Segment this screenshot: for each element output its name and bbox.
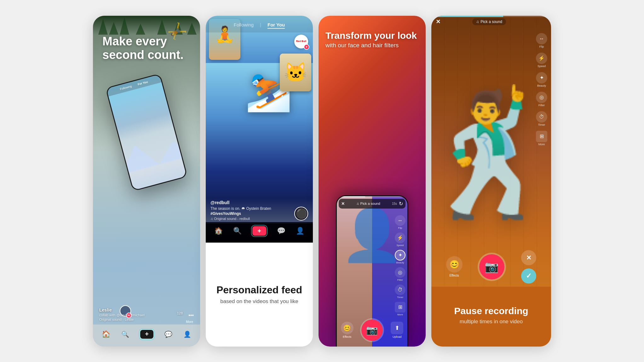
card3-progress-fill (337, 196, 365, 197)
card4-timer-control[interactable]: ⏱ Timer (536, 111, 547, 126)
avatar-emoji: ⚫ (296, 208, 307, 219)
card1-nav-profile[interactable]: 👤 (183, 330, 191, 338)
card4-beauty-icon: ✦ (536, 72, 547, 83)
card1-count: 128 (177, 311, 183, 315)
card3-effects-icon: 😊 (341, 322, 354, 334)
card4-flip-icon: ↔ (536, 33, 547, 44)
card4-filter-icon: ◎ (536, 92, 547, 103)
card4-beauty-control[interactable]: ✦ Beauty (536, 72, 547, 87)
card4-speed-label: Speed (538, 65, 546, 68)
card4-confirm-btn[interactable]: ✓ (521, 268, 536, 284)
card3-speed-icon: ⚡ (395, 233, 405, 243)
card2-video-info: @redbull The season is on. 🌨 Oystein Bra… (210, 200, 294, 221)
card2-video-section: Following | For You 🧘 Red Bull + ⛷️ 🐱 (206, 16, 313, 243)
card3-upload-label: Upload (393, 335, 402, 338)
card3-more-control[interactable]: ⊞ More (395, 302, 405, 316)
card4-close-btn[interactable]: ✕ (436, 18, 440, 25)
card2-cat-overlay: 🐱 (280, 54, 311, 91)
card2-nav-create[interactable]: + (252, 226, 266, 236)
card3-flip-icon-top[interactable]: ↻ (399, 201, 403, 207)
card4-cancel-btn[interactable]: ✕ (521, 250, 536, 265)
card3-title: Transform your look (325, 30, 419, 41)
card4-top-panel: ✕ ♫ Pick a sound (431, 18, 551, 25)
card4-filter-control[interactable]: ◎ Filter (536, 92, 547, 107)
card3-inner-screen: 👤 ✕ ♫ Pick a sound 15s ↻ ↔ Flip ⚡ (337, 196, 407, 347)
card4-phone: ✕ ♫ Pick a sound 🕺 ↔ Flip ⚡ Speed ✦ Beau… (431, 16, 551, 347)
card3-effects-label: Effects (343, 335, 351, 338)
card1-nav-inbox[interactable]: 💬 (164, 330, 172, 338)
card3-speed-control[interactable]: ⚡ Speed (395, 233, 405, 247)
card3-beauty-control[interactable]: ✦ Beauty (395, 250, 405, 264)
card2-following-label[interactable]: Following (234, 22, 254, 29)
card3-beauty-label: Beauty (396, 261, 404, 264)
cat-face-container: 🐱 (280, 54, 311, 91)
card3-side-controls: ↔ Flip ⚡ Speed ✦ Beauty ◎ Filter ⏱ Tim (395, 215, 405, 316)
card3-record-btn[interactable]: 📷 (361, 319, 383, 341)
card2-top-nav: Following | For You (206, 16, 313, 32)
card3-progress-bar (337, 196, 407, 197)
card3-effects-btn[interactable]: 😊 Effects (341, 322, 354, 338)
redbull-text: Red Bull (296, 40, 306, 43)
card4-side-controls: ↔ Flip ⚡ Speed ✦ Beauty ◎ Filter ⏱ Timer… (536, 33, 547, 146)
card1-phone: 🤸 Make every second count. Following For… (93, 16, 200, 347)
card4-flip-label: Flip (539, 45, 544, 48)
card3-beauty-icon: ✦ (395, 250, 405, 261)
card4-flip-control[interactable]: ↔ Flip (536, 33, 547, 48)
card4-pick-sound-label: Pick a sound (480, 20, 502, 24)
card4-filter-label: Filter (538, 104, 545, 107)
card2-nav-search[interactable]: 🔍 (233, 227, 242, 235)
card4-bottom-controls: 😊 Effects 📷 ✕ ✓ (431, 250, 551, 284)
card2-redbull-badge: Red Bull + (294, 35, 308, 49)
card1-more-dots[interactable]: ••• (188, 313, 194, 318)
card2-nav-profile[interactable]: 👤 (296, 227, 304, 235)
card3-flip-icon: ↔ (395, 215, 405, 226)
card3-timer-icon: ⏱ (395, 284, 405, 295)
card4-more-control[interactable]: ⊞ More (536, 131, 547, 146)
card4-caption-title: Pause recording (454, 305, 528, 317)
card3-filter-control[interactable]: ◎ Filter (395, 267, 405, 281)
card2-description: The season is on. 🌨 Oystein Braten (210, 206, 294, 211)
card4-pick-sound[interactable]: ♫ Pick a sound (472, 18, 506, 25)
card2-caption-title: Personalized feed (216, 284, 302, 296)
card2-hashtag[interactable]: #GivesYouWings (210, 211, 294, 216)
card3-timer-ctrl-label: Timer (397, 296, 403, 299)
card4-more-icon: ⊞ (536, 131, 547, 142)
card1-more-label[interactable]: More (186, 320, 193, 324)
card2-caption-subtitle: based on the videos that you like (220, 298, 298, 305)
card3-speed-label: Speed (396, 244, 404, 247)
card3-phone: Transform your look with our face and ha… (319, 16, 426, 347)
card1-nav-create[interactable]: + (140, 330, 153, 339)
card1-nav-home[interactable]: 🏠 (102, 330, 110, 338)
card2-sound: ♫ Original sound - redbull (210, 217, 294, 221)
card4-dancer-area: 🕺 (431, 25, 551, 284)
card4-effects-icon: 😊 (446, 256, 463, 273)
card4-music-note: ♫ (476, 20, 479, 24)
card3-timer-control[interactable]: ⏱ Timer (395, 284, 405, 299)
redbull-follow-plus[interactable]: + (304, 44, 309, 50)
card1-foryou-label: For You (137, 80, 148, 86)
cat-emoji: 🐱 (284, 61, 308, 83)
card3-flip-control[interactable]: ↔ Flip (395, 215, 405, 229)
card3-more-icon: ⊞ (395, 302, 405, 313)
card1-nav-search[interactable]: 🔍 (121, 330, 129, 338)
card2-nav-home[interactable]: 🏠 (214, 227, 223, 235)
card3-close-btn[interactable]: ✕ (341, 201, 345, 206)
card4-timer-label: Timer (538, 123, 545, 126)
card4-speed-control[interactable]: ⚡ Speed (536, 53, 547, 68)
card2-foryou-label[interactable]: For You (267, 22, 285, 29)
card3-filter-label: Filter (397, 279, 403, 281)
card4-record-btn[interactable]: 📷 (479, 254, 504, 279)
card4-effects-btn[interactable]: 😊 Effects (446, 256, 463, 277)
card3-pick-sound-area[interactable]: ♫ Pick a sound (347, 202, 390, 205)
card3-upload-icon: ⬆ (391, 322, 403, 334)
card3-upload-btn[interactable]: ⬆ Upload (391, 322, 403, 338)
card3-music-icon: ♫ (356, 202, 359, 205)
card3-bottom-controls: 😊 Effects 📷 ⬆ Upload (337, 319, 407, 341)
card3-filter-icon: ◎ (395, 267, 405, 278)
card4-timer-icon: ⏱ (536, 111, 547, 123)
card2-nav-inbox[interactable]: 💬 (277, 227, 285, 235)
card1-following-label: Following (120, 84, 132, 91)
card3-more-label: More (397, 313, 403, 316)
card4-progress-bar (431, 16, 551, 17)
card2-bottom-nav: 🏠 🔍 + 💬 👤 (206, 222, 313, 243)
